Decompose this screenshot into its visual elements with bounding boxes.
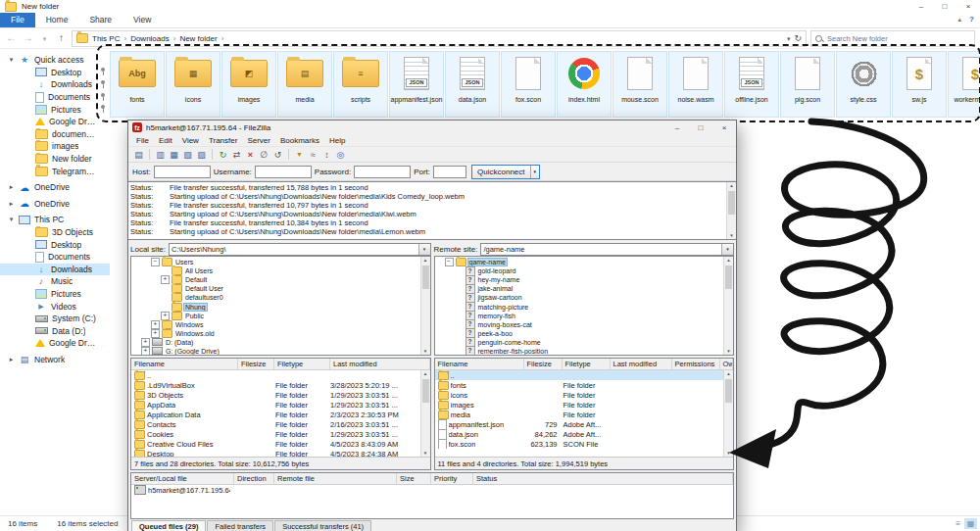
column-header[interactable]: Filetype bbox=[274, 359, 330, 369]
column-header[interactable]: Priority bbox=[431, 473, 473, 484]
tree-item[interactable]: peek-a-boo bbox=[437, 329, 723, 338]
menu-item[interactable]: Help bbox=[324, 136, 350, 145]
file-item[interactable]: appmanifest.json bbox=[389, 51, 444, 118]
remote-site-combo[interactable]: /game-name bbox=[480, 243, 734, 256]
expander-icon[interactable] bbox=[141, 338, 150, 347]
tree-item[interactable]: Default User bbox=[133, 284, 419, 293]
expander-icon[interactable] bbox=[151, 320, 160, 329]
close-button[interactable] bbox=[712, 121, 736, 134]
column-header[interactable]: Permissions bbox=[672, 359, 720, 369]
filter-icon[interactable] bbox=[293, 148, 306, 161]
file-item[interactable]: data.json bbox=[445, 51, 500, 118]
close-button[interactable] bbox=[956, 0, 980, 13]
tree-item[interactable]: jigsaw-cartoon bbox=[437, 293, 723, 302]
file-row[interactable]: fonts File folder bbox=[435, 380, 724, 390]
tree-item[interactable]: Nhung bbox=[133, 302, 419, 311]
sidebar-item[interactable]: OneDrive bbox=[0, 181, 110, 194]
sidebar-item[interactable]: Data (D:) bbox=[0, 324, 110, 337]
ribbon-tab[interactable]: File bbox=[0, 13, 35, 27]
sidebar-item[interactable]: Pictures bbox=[0, 103, 110, 116]
back-button[interactable] bbox=[5, 30, 18, 46]
column-header[interactable]: Filesize bbox=[238, 359, 274, 369]
ribbon-tab[interactable]: Share bbox=[78, 13, 122, 27]
queue-tab[interactable]: Failed transfers bbox=[207, 520, 273, 531]
file-row[interactable]: .. bbox=[131, 370, 420, 380]
chevron-down-icon[interactable] bbox=[418, 244, 430, 255]
vertical-scrollbar[interactable] bbox=[726, 182, 736, 239]
column-header[interactable]: Filename bbox=[435, 359, 524, 369]
file-row[interactable]: appmanifest.json 729 Adobe Aft... bbox=[435, 419, 724, 429]
column-header[interactable]: Owner/Group bbox=[720, 359, 734, 369]
sidebar-item[interactable]: images bbox=[0, 140, 110, 153]
file-row[interactable]: .. bbox=[435, 370, 724, 380]
expander-icon[interactable] bbox=[161, 275, 170, 284]
sidebar-item[interactable]: Telegram Desktop bbox=[0, 165, 110, 177]
menu-item[interactable]: File bbox=[131, 136, 154, 145]
cancel-icon[interactable] bbox=[244, 148, 257, 161]
file-item[interactable]: icons bbox=[166, 51, 220, 118]
tree-item[interactable]: G: (Google Drive) bbox=[133, 347, 419, 356]
menu-item[interactable]: Bookmarks bbox=[275, 136, 324, 145]
expander-icon[interactable] bbox=[141, 347, 150, 356]
address-dropdown-icon[interactable] bbox=[787, 34, 795, 43]
file-item[interactable]: images bbox=[221, 51, 276, 118]
vertical-scrollbar[interactable] bbox=[723, 370, 733, 457]
column-header[interactable]: Remote file bbox=[274, 473, 397, 484]
column-header[interactable]: Direction bbox=[234, 473, 274, 484]
toggle-queue-icon[interactable] bbox=[195, 148, 208, 161]
breadcrumb-item[interactable]: Downloads bbox=[130, 34, 179, 43]
menu-item[interactable]: Server bbox=[242, 136, 275, 145]
host-input[interactable] bbox=[154, 166, 211, 178]
tree-item[interactable]: gold-leopard bbox=[437, 266, 723, 275]
maximize-button[interactable] bbox=[933, 0, 956, 13]
port-input[interactable] bbox=[433, 166, 466, 178]
username-input[interactable] bbox=[255, 166, 312, 178]
sidebar-item[interactable]: New folder bbox=[0, 153, 110, 166]
column-header[interactable]: Filesize bbox=[524, 359, 563, 369]
details-view-icon[interactable] bbox=[952, 518, 964, 529]
sidebar-item[interactable]: Google Drive (G:) bbox=[0, 116, 110, 128]
menu-item[interactable]: View bbox=[177, 136, 204, 145]
sidebar-item[interactable]: Pictures bbox=[0, 288, 110, 301]
file-row[interactable]: fox.scon 623,139 SCON File bbox=[435, 439, 724, 449]
tree-item[interactable]: D: (Data) bbox=[133, 338, 419, 347]
toggle-remote-tree-icon[interactable] bbox=[181, 148, 194, 161]
column-header[interactable]: Filetype bbox=[563, 359, 611, 369]
maximize-button[interactable] bbox=[689, 121, 712, 134]
sidebar-item[interactable]: Desktop bbox=[0, 67, 110, 79]
sidebar-item[interactable]: This PC bbox=[0, 214, 110, 226]
toggle-log-icon[interactable] bbox=[154, 148, 167, 161]
sidebar-item[interactable]: Downloads bbox=[0, 78, 110, 91]
file-row[interactable]: Cookies File folder 1/29/2023 3:03:51 ..… bbox=[131, 429, 420, 439]
minimize-button[interactable] bbox=[665, 121, 689, 134]
file-row[interactable]: images File folder bbox=[435, 400, 724, 410]
minimize-button[interactable] bbox=[909, 0, 933, 13]
tree-item[interactable]: penguin-come-home bbox=[437, 338, 723, 347]
search-box[interactable] bbox=[810, 30, 975, 47]
tree-item[interactable]: Windows.old bbox=[133, 329, 419, 338]
file-row[interactable]: media File folder bbox=[435, 410, 724, 419]
site-manager-icon[interactable] bbox=[132, 148, 145, 161]
tree-item[interactable]: defaultuser0 bbox=[133, 293, 419, 302]
recent-locations-icon[interactable] bbox=[38, 30, 51, 47]
chevron-down-icon[interactable] bbox=[721, 244, 733, 255]
file-item[interactable]: sw.js bbox=[892, 51, 947, 118]
ribbon-tab[interactable]: Home bbox=[35, 13, 79, 27]
expander-icon[interactable] bbox=[445, 258, 454, 266]
sidebar-item[interactable]: documentation bbox=[0, 128, 110, 141]
sidebar-item[interactable]: Network bbox=[0, 354, 110, 366]
password-input[interactable] bbox=[354, 166, 411, 178]
tree-item[interactable]: matching-picture bbox=[437, 302, 723, 311]
refresh-icon[interactable] bbox=[217, 148, 229, 161]
breadcrumb-item[interactable]: New folder bbox=[179, 34, 227, 43]
tree-item[interactable]: Default bbox=[133, 275, 419, 284]
tree-item[interactable]: jake-animal bbox=[437, 284, 723, 293]
tree-item[interactable]: All Users bbox=[133, 266, 419, 275]
search-input[interactable] bbox=[825, 33, 970, 44]
sidebar-item[interactable]: Music bbox=[0, 275, 110, 288]
tree-item[interactable]: Public bbox=[133, 312, 419, 320]
menu-item[interactable]: Transfer bbox=[204, 136, 243, 145]
file-item[interactable]: fonts bbox=[110, 51, 165, 118]
breadcrumb-item[interactable]: This PC bbox=[92, 34, 130, 43]
vertical-scrollbar[interactable] bbox=[420, 370, 430, 457]
